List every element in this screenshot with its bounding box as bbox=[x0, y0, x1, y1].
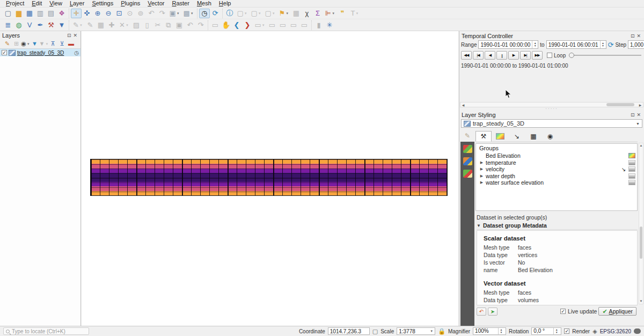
symbology-brush-icon[interactable]: ✎ bbox=[465, 132, 470, 140]
extents-toggle-icon[interactable]: ▢ bbox=[372, 328, 378, 335]
new-temporary-scratch-layer-button[interactable]: ⚒ bbox=[46, 20, 56, 30]
vector-active-icon[interactable]: ↘ bbox=[620, 166, 627, 172]
reset-style-button[interactable]: ↶ bbox=[477, 308, 486, 316]
time-slider[interactable] bbox=[569, 52, 641, 59]
new-shapefile-layer-button[interactable]: V bbox=[24, 20, 35, 30]
spinner-arrows-icon[interactable]: ▲▼ bbox=[553, 328, 559, 334]
undock-icon[interactable]: ⊡ bbox=[66, 33, 72, 38]
map-tips-toggle-button[interactable]: ▮ bbox=[313, 20, 324, 30]
change-label-properties-button[interactable]: ▭ bbox=[299, 20, 310, 30]
mesh-3d-cube-icon[interactable] bbox=[463, 145, 472, 153]
dropdown-caret-icon[interactable]: ▼ bbox=[244, 12, 247, 15]
expand-all-button[interactable]: ⊼ bbox=[48, 40, 57, 48]
manage-map-themes-button[interactable]: ◉▼ bbox=[21, 40, 30, 48]
metadata-collapsible-header[interactable]: ▼ Dataset group Metadata bbox=[477, 222, 638, 230]
map-canvas[interactable] bbox=[82, 31, 458, 326]
rotation-spinbox[interactable]: 0,0 °▲▼ bbox=[531, 327, 561, 335]
dropdown-caret-icon[interactable]: ▼ bbox=[356, 12, 359, 15]
zoom-last-button[interactable]: ↶ bbox=[146, 9, 157, 18]
expand-arrow-icon[interactable]: ▶ bbox=[479, 174, 484, 178]
skip-to-start-button[interactable]: |◀ bbox=[473, 51, 484, 60]
style-manager-button[interactable]: ❖ bbox=[56, 9, 67, 18]
zoom-full-button[interactable]: ⊡ bbox=[114, 9, 125, 18]
pan-to-selection-button[interactable]: ✜ bbox=[82, 9, 92, 18]
scroll-right-icon[interactable]: ▶ bbox=[638, 103, 643, 107]
save-layer-edits-button[interactable]: ▦ bbox=[96, 20, 106, 30]
pan-map-button[interactable]: ✛ bbox=[71, 9, 82, 18]
spinner-arrows-icon[interactable]: ▲▼ bbox=[498, 328, 504, 334]
layer-labeling-options-button[interactable]: ▭ bbox=[210, 20, 221, 30]
range-from-spinbox[interactable]: 1990-01-01 00:00:00 ▲▼ bbox=[478, 40, 538, 49]
temporal-controller-button[interactable]: ◷ bbox=[199, 9, 210, 18]
group-row-temperature[interactable]: ▶temperature bbox=[476, 159, 637, 166]
field-calculator-button[interactable]: χ bbox=[302, 9, 312, 18]
add-feature-button[interactable]: ✚ bbox=[106, 20, 117, 30]
delete-selected-button[interactable]: ▯ bbox=[142, 20, 152, 30]
scroll-down-icon[interactable]: ▼ bbox=[639, 299, 643, 304]
apply-button[interactable]: ✔ Appliquer bbox=[598, 307, 636, 316]
lock-scale-icon[interactable]: 🔒 bbox=[438, 328, 445, 335]
map-tips-button[interactable]: ❞ bbox=[337, 9, 348, 18]
data-source-manager-button[interactable]: ≣ bbox=[3, 20, 13, 30]
close-icon[interactable]: ✕ bbox=[72, 33, 78, 38]
dropdown-caret-icon[interactable]: ▼ bbox=[272, 12, 275, 15]
toggle-display-labels-button[interactable]: ❯ bbox=[242, 20, 253, 30]
add-raster-layer-button[interactable]: ◍ bbox=[13, 20, 24, 30]
menu-layer[interactable]: Layer bbox=[66, 0, 89, 7]
menu-mesh[interactable]: Mesh bbox=[193, 0, 215, 7]
group-row-velocity[interactable]: ▶velocity↘ bbox=[476, 166, 637, 173]
new-spatialite-layer-button[interactable]: ✒ bbox=[35, 20, 46, 30]
identify-features-button[interactable]: ⓘ bbox=[224, 9, 235, 18]
expand-arrow-icon[interactable]: ▶ bbox=[479, 167, 484, 171]
highlight-pinned-labels-button[interactable]: ❮ bbox=[231, 20, 242, 30]
filter-legend-button[interactable]: ▼ bbox=[30, 40, 39, 48]
messages-icon[interactable] bbox=[634, 328, 641, 334]
dropdown-caret-icon[interactable]: ▼ bbox=[27, 42, 30, 46]
new-print-layout-button[interactable]: ▥ bbox=[35, 9, 46, 18]
menu-edit[interactable]: Edit bbox=[28, 0, 46, 7]
open-project-button[interactable]: ▆ bbox=[13, 9, 24, 18]
crs-status[interactable]: EPSG:32620 bbox=[600, 328, 631, 334]
magnifier-spinbox[interactable]: 100%▲▼ bbox=[473, 327, 506, 335]
vertical-scrollbar[interactable]: ▲ ▼ bbox=[639, 143, 643, 304]
dropdown-caret-icon[interactable]: ▼ bbox=[79, 24, 83, 27]
text-annotation-button[interactable]: T▼ bbox=[348, 9, 362, 18]
layer-row-trap-steady-05-3d[interactable]: trap_steady_05_3D ◷ bbox=[0, 49, 80, 56]
scalar-inactive-ramp-icon[interactable] bbox=[628, 173, 635, 179]
datasets-group-icon[interactable] bbox=[463, 157, 472, 165]
open-layer-styling-panel-button[interactable]: ✎ bbox=[3, 40, 12, 48]
expand-arrow-icon[interactable]: ▶ bbox=[479, 160, 484, 165]
scrollbar-thumb[interactable] bbox=[606, 103, 634, 106]
scroll-left-icon[interactable]: ◀ bbox=[460, 103, 466, 107]
menu-settings[interactable]: Settings bbox=[88, 0, 117, 7]
crs-globe-icon[interactable]: ◈ bbox=[592, 328, 597, 335]
scalar-inactive-ramp-icon[interactable] bbox=[628, 160, 635, 165]
pause-button[interactable]: || bbox=[496, 51, 507, 60]
remove-layer-button[interactable]: ▬ bbox=[67, 40, 76, 48]
select-features-button[interactable]: ▢▼ bbox=[235, 9, 249, 18]
show-hide-labels-button[interactable]: ▭ bbox=[267, 20, 277, 30]
tab-datasets[interactable]: ⚒ bbox=[475, 131, 492, 142]
menu-plugins[interactable]: Plugins bbox=[117, 0, 144, 7]
filter-legend-by-expression-button[interactable]: ▼▼ bbox=[39, 40, 48, 48]
spinner-arrows-icon[interactable]: ▲▼ bbox=[600, 41, 606, 48]
tab-vectors[interactable]: ↘ bbox=[509, 131, 525, 142]
rotate-label-button[interactable]: ▭ bbox=[288, 20, 299, 30]
styling-layer-combo[interactable]: trap_steady_05_3D ▼ bbox=[461, 119, 642, 128]
new-project-button[interactable]: ▢ bbox=[3, 9, 13, 18]
paste-features-button[interactable]: ▣ bbox=[174, 20, 185, 30]
dropdown-caret-icon[interactable]: ▼ bbox=[332, 12, 335, 15]
pin-unpin-labels-button[interactable]: ▭▼ bbox=[253, 20, 267, 30]
vertex-tool-button[interactable]: ✕▼ bbox=[117, 20, 131, 30]
spinner-arrows-icon[interactable]: ▲▼ bbox=[532, 41, 538, 48]
toggle-editing-button[interactable]: ✎ bbox=[85, 20, 96, 30]
loop-checkbox[interactable] bbox=[547, 53, 552, 58]
undock-icon[interactable]: ⊡ bbox=[630, 112, 636, 118]
layout-manager-button[interactable]: ▤ bbox=[46, 9, 56, 18]
dropdown-caret-icon[interactable]: ▼ bbox=[177, 12, 180, 15]
menu-vector[interactable]: Vector bbox=[144, 0, 168, 7]
open-attribute-table-button[interactable]: ▦ bbox=[291, 9, 302, 18]
refresh-range-icon[interactable]: ⟳ bbox=[608, 41, 614, 49]
refresh-map-button[interactable]: ⟳ bbox=[210, 9, 221, 18]
time-slider-handle[interactable] bbox=[569, 53, 574, 58]
